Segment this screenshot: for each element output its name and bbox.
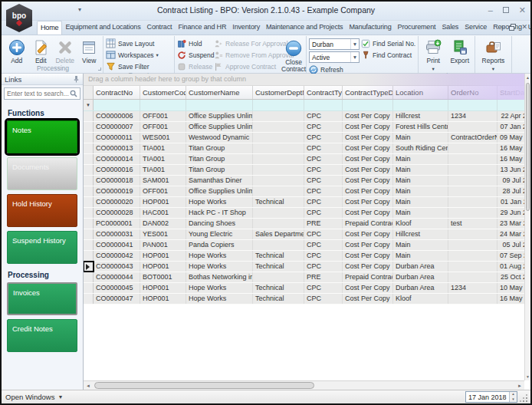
horizontal-scrollbar[interactable]: ◄ ►	[84, 380, 524, 390]
column-header-startdate[interactable]: StartDate	[498, 86, 524, 99]
column-header-orderno[interactable]: OrderNo	[448, 86, 498, 99]
sidebar-item-suspend-history[interactable]: Suspend History	[7, 231, 77, 264]
save-filter-button[interactable]: Save Filter	[106, 61, 159, 71]
sidebar-item-credit-notes[interactable]: Credit Notes	[7, 319, 77, 352]
document-close-button[interactable]: ✕	[521, 23, 527, 31]
open-windows-button[interactable]: Open Windows ▼	[5, 393, 63, 401]
release-button[interactable]: Release	[177, 61, 212, 71]
tab-home[interactable]: Home	[37, 21, 62, 35]
sidebar-item-notes[interactable]: Notes	[7, 120, 77, 153]
table-row[interactable]: CO0000007OFF001Office Supplies Unlimited…	[84, 122, 524, 133]
table-row[interactable]: CO0000006OFF001Office Supplies Unlimited…	[84, 111, 524, 122]
filter-cell-contractno[interactable]	[94, 100, 140, 110]
search-input[interactable]	[7, 90, 70, 97]
filter-cell-contracttype[interactable]	[304, 100, 343, 110]
table-row[interactable]: CO0000028HAC001Hack PC - IT ShopCPCCost …	[84, 208, 524, 219]
branch-select[interactable]: Durban ▼	[309, 38, 360, 50]
add-button[interactable]: Add	[5, 38, 28, 64]
vscroll-track[interactable]	[525, 81, 530, 373]
workspaces-button[interactable]: Workspaces ▾	[106, 50, 159, 60]
column-header-contractno[interactable]: ContractNo	[94, 86, 140, 99]
view-button[interactable]: View	[78, 38, 101, 64]
column-header-contracttype[interactable]: ContractType	[304, 86, 343, 99]
dialog-launcher-icon[interactable]	[98, 68, 101, 71]
approve-contract-button[interactable]: Approve Contract	[214, 61, 280, 71]
table-row[interactable]: CO0000020HOP001Hope WorksTechnicalCPCCos…	[84, 197, 524, 208]
pin-icon[interactable]	[73, 75, 80, 83]
table-row[interactable]: CO0000042HOP001Hope WorksTechnicalCPCCos…	[84, 251, 524, 262]
table-row[interactable]: PC0000001DAN002Dancing ShoesPREPrepaid C…	[84, 219, 524, 229]
close-button[interactable]: ✕	[519, 5, 526, 15]
print-button[interactable]: Print ▾	[421, 38, 446, 72]
column-header-customerdeptname[interactable]: CustomerDeptName	[253, 86, 304, 99]
tab-service[interactable]: Service	[461, 21, 490, 35]
table-row[interactable]: CO0000014TIA001Titan GroupCPCCost Per Co…	[84, 154, 524, 165]
column-header-location[interactable]: Location	[393, 86, 448, 99]
table-row[interactable]: CO0000043HOP001Hope WorksTechnicalCPCCos…	[84, 262, 524, 272]
tab-contract[interactable]: Contract	[144, 21, 176, 35]
status-select[interactable]: Active ▼	[309, 51, 360, 63]
spin-down-icon[interactable]: ▼	[510, 397, 517, 403]
tab-manufacturing[interactable]: Manufacturing	[346, 21, 394, 35]
table-row[interactable]: CO0000019OFF001Office Supplies Unlimited…	[84, 186, 524, 197]
vscroll-thumb[interactable]	[526, 83, 530, 211]
table-row[interactable]: CO0000045HOP001Hope WorksTechnicalCPCCos…	[84, 283, 524, 294]
column-header-customername[interactable]: CustomerName	[186, 86, 253, 99]
table-row[interactable]: CO0000011WES001Westwood DynamicCPCCost P…	[84, 133, 524, 143]
scroll-right-icon[interactable]: ►	[515, 384, 524, 388]
release-for-approval-button[interactable]: Release For Approval	[214, 38, 280, 48]
column-header-contracttypedesc[interactable]: ContractTypeDesc	[343, 86, 393, 99]
find-contract-button[interactable]: Find Contract	[361, 50, 415, 60]
delete-button[interactable]: Delete	[54, 38, 77, 64]
hscroll-thumb[interactable]	[94, 382, 314, 389]
scroll-left-icon[interactable]: ◄	[84, 384, 93, 388]
maximize-button[interactable]	[503, 5, 509, 15]
sidebar-item-invoices[interactable]: Invoices	[7, 282, 77, 315]
filter-cell-location[interactable]	[393, 100, 448, 110]
active-row-indicator[interactable]	[84, 262, 94, 272]
grid-cell: 29 Jun 2015	[498, 208, 524, 218]
export-button[interactable]: Export	[448, 38, 473, 72]
sidebar-item-hold-history[interactable]: Hold History	[7, 194, 77, 227]
date-field[interactable]: 17 Jan 2018 ▲ ▼	[465, 391, 517, 403]
close-contract-button[interactable]: Close Contract	[281, 38, 306, 73]
table-row[interactable]: CO0000041PAN001Panda CopiersCPCCost Per …	[84, 240, 524, 251]
scroll-up-icon[interactable]: ▲	[525, 74, 530, 81]
filter-cell-contracttypedesc[interactable]	[343, 100, 393, 110]
remove-from-approval-button[interactable]: Remove From Approval	[214, 50, 280, 60]
hscroll-track[interactable]	[93, 381, 515, 390]
save-layout-button[interactable]: Save Layout	[106, 38, 159, 48]
filter-cell-customername[interactable]	[186, 100, 253, 110]
suspend-button[interactable]: Suspend	[177, 50, 212, 60]
resize-grip[interactable]	[520, 392, 528, 403]
table-row[interactable]: CO0000013TIA001Titan GroupCPCCost Per Co…	[84, 143, 524, 154]
vertical-scrollbar[interactable]: ▲ ▼	[524, 74, 530, 380]
hold-button[interactable]: Hold	[177, 38, 212, 48]
tab-procurement[interactable]: Procurement	[395, 21, 439, 35]
tab-finance-and-hr[interactable]: Finance and HR	[175, 21, 229, 35]
filter-cell-customercode[interactable]	[140, 100, 186, 110]
sidebar-search[interactable]	[4, 87, 80, 100]
table-row[interactable]: CO0000018SAM001Samanthas DinerCPCCost Pe…	[84, 176, 524, 186]
find-serial-no-button[interactable]: Find Serial No.	[361, 38, 415, 48]
filter-cell-orderno[interactable]	[448, 100, 498, 110]
reports-button[interactable]: Reports ▾	[479, 38, 508, 72]
tab-maintenance-and-projects[interactable]: Maintenance and Projects	[263, 21, 346, 35]
tab-inventory[interactable]: Inventory	[229, 21, 263, 35]
filter-cell-customerdeptname[interactable]	[253, 100, 304, 110]
table-row[interactable]: CO0000047HOP001Hope WorksTechnicalCPCCos…	[84, 294, 524, 305]
restore-button[interactable]	[509, 24, 516, 31]
edit-button[interactable]: Edit	[30, 38, 53, 64]
tab-sales[interactable]: Sales	[438, 21, 461, 35]
tab-equipment-and-locations[interactable]: Equipment and Locations	[62, 21, 143, 35]
table-row[interactable]: CO0000016TIA001Titan GroupCPCCost Per Co…	[84, 165, 524, 176]
group-by-panel[interactable]: Drag a column header here to group by th…	[84, 74, 524, 86]
scroll-down-icon[interactable]: ▼	[525, 373, 530, 380]
filter-cell-startdate[interactable]	[498, 100, 524, 110]
minimize-button[interactable]: –	[488, 5, 493, 15]
table-row[interactable]: CO0000044BOT0001Bothas Networking incPRE…	[84, 272, 524, 283]
table-row[interactable]: CO0000031YES001Young ElectricSales Depar…	[84, 229, 524, 240]
sidebar-item-documents[interactable]: Documents	[7, 157, 77, 190]
column-header-customercode[interactable]: CustomerCode	[140, 86, 186, 99]
ribbon-minimize-button[interactable]: –	[500, 23, 504, 31]
